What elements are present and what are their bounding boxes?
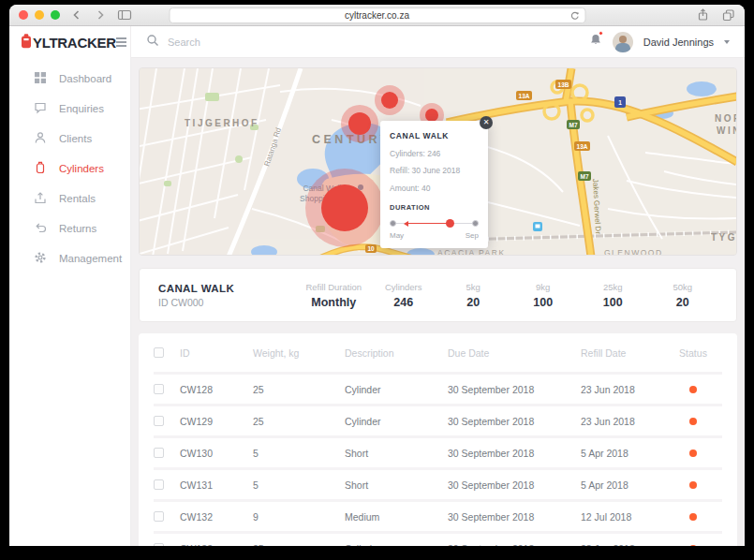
cell-id: CW128: [180, 384, 253, 395]
cell-weight: 25: [253, 384, 345, 395]
user-name: David Jennings: [643, 37, 714, 48]
popup-duration-label: DURATION: [390, 203, 479, 212]
cell-refill-date: 5 Apr 2018: [581, 448, 665, 459]
cell-description: Medium: [345, 511, 448, 523]
table-row[interactable]: CW133 25 Cylinder 30 September 2018 23 J…: [154, 531, 722, 546]
dashboard-grid-icon: [34, 71, 47, 86]
map-label-tijgerhof: TIJGERHOF: [185, 118, 259, 128]
cell-due-date: 30 September 2018: [448, 479, 581, 491]
row-checkbox[interactable]: [154, 479, 164, 490]
cylinder-icon: [34, 161, 47, 176]
svg-text:10: 10: [367, 245, 375, 252]
svg-text:M7: M7: [580, 173, 588, 180]
search-input[interactable]: [168, 37, 318, 48]
cell-due-date: 30 September 2018: [448, 448, 581, 459]
browser-chrome: cyltracker.co.za: [9, 5, 745, 26]
header-weight: Weight, kg: [253, 347, 345, 359]
header-status: Status: [679, 347, 707, 359]
chevron-down-icon[interactable]: [724, 40, 730, 44]
browser-window: cyltracker.co.za YLTRACKER: [9, 5, 745, 546]
sidebar-item-enquiries[interactable]: Enquiries: [9, 94, 130, 124]
close-window-button[interactable]: [19, 10, 28, 20]
close-icon[interactable]: ✕: [480, 116, 493, 129]
tray-arrow-icon: [34, 191, 47, 206]
speech-bubble-icon: [34, 101, 47, 116]
summary-card: CANAL WALK ID CW000 Refill DurationMonth…: [139, 268, 737, 322]
page-content: TIJGERHOF CENTURY NORTH WINGF TYGER GLEN…: [131, 58, 745, 546]
duration-slider[interactable]: [390, 218, 479, 228]
refresh-icon[interactable]: [569, 10, 580, 23]
logo-text: YLTRACKER: [33, 35, 116, 51]
cell-due-date: 30 September 2018: [448, 384, 581, 395]
logo-cylinder-icon: [21, 33, 32, 52]
status-dot: [689, 545, 697, 547]
cell-weight: 25: [253, 416, 345, 427]
summary-col-50kg: 50kg20: [648, 282, 718, 309]
avatar[interactable]: [613, 32, 633, 52]
zoom-window-button[interactable]: [51, 10, 60, 20]
table-row[interactable]: CW130 5 Short 30 September 2018 5 Apr 20…: [154, 435, 722, 467]
cell-description: Short: [345, 479, 448, 491]
gear-icon: [34, 251, 47, 266]
slider-range: [406, 223, 449, 225]
sidebar-item-label: Dashboard: [59, 73, 111, 84]
status-dot: [689, 513, 697, 521]
table-row[interactable]: CW129 25 Cylinder 30 September 2018 23 J…: [154, 404, 722, 435]
status-dot: [689, 449, 697, 457]
select-all-checkbox[interactable]: [154, 347, 164, 358]
menu-hamburger-icon[interactable]: [116, 37, 126, 46]
cell-description: Cylinder: [345, 384, 448, 395]
sidebar-item-label: Rentals: [59, 193, 96, 204]
sidebar-item-cylinders[interactable]: Cylinders: [9, 154, 130, 184]
map-popup: ✕ CANAL WALK Cylinders: 246 Refill: 30 J…: [380, 121, 488, 248]
summary-site-id: ID CW000: [158, 297, 299, 308]
sidebar-nav: Dashboard Enquiries Clients Cylinders Re…: [9, 64, 130, 273]
sidebar-item-returns[interactable]: Returns: [9, 214, 130, 243]
sidebar-toggle-icon[interactable]: [117, 8, 132, 22]
svg-text:13A: 13A: [577, 143, 588, 150]
cell-refill-date: 23 Jun 2018: [581, 384, 665, 395]
url-bar[interactable]: cyltracker.co.za: [169, 7, 585, 23]
search-icon: [146, 34, 159, 51]
map-label-wingf: WINGF: [717, 125, 737, 136]
topbar: David Jennings: [131, 26, 745, 58]
table-row[interactable]: CW132 9 Medium 30 September 2018 12 Jul …: [154, 499, 722, 531]
cell-due-date: 30 September 2018: [448, 511, 581, 523]
sidebar-item-label: Management: [59, 253, 122, 264]
cell-refill-date: 5 Apr 2018: [581, 479, 665, 491]
row-checkbox[interactable]: [154, 448, 164, 458]
row-checkbox[interactable]: [154, 416, 164, 426]
status-dot: [689, 481, 697, 489]
cell-refill-date: 12 Jul 2018: [581, 511, 665, 523]
slider-handle[interactable]: [446, 219, 454, 228]
share-icon[interactable]: [696, 7, 710, 26]
table-row[interactable]: CW128 25 Cylinder 30 September 2018 23 J…: [154, 372, 722, 404]
cell-weight: 5: [253, 448, 345, 459]
tabs-icon[interactable]: [721, 7, 735, 26]
row-checkbox[interactable]: [154, 543, 164, 546]
slider-end-dot: [472, 220, 479, 227]
map-label-tyger: TYGER: [711, 232, 737, 243]
cell-id: CW132: [180, 511, 253, 523]
slider-label-end: Sep: [466, 231, 479, 240]
notifications-bell-icon[interactable]: [589, 33, 602, 51]
header-id: ID: [180, 347, 253, 359]
cell-refill-date: 23 Jun 2018: [581, 416, 665, 427]
summary-col-refill-duration: Refill DurationMonthly: [299, 282, 369, 309]
traffic-lights: [19, 10, 60, 20]
sidebar-item-management[interactable]: Management: [9, 243, 130, 273]
forward-button[interactable]: [94, 8, 107, 22]
svg-text:1: 1: [618, 99, 622, 106]
sidebar-item-clients[interactable]: Clients: [9, 124, 130, 154]
cell-description: Short: [345, 448, 448, 459]
table-header-row: ID Weight, kg Description Due Date Refil…: [154, 333, 722, 372]
sidebar-item-rentals[interactable]: Rentals: [9, 184, 130, 214]
minimize-window-button[interactable]: [35, 10, 44, 20]
sidebar-item-dashboard[interactable]: Dashboard: [9, 64, 130, 94]
row-checkbox[interactable]: [154, 511, 164, 522]
row-checkbox[interactable]: [154, 384, 164, 394]
table-row[interactable]: CW131 5 Short 30 September 2018 5 Apr 20…: [154, 467, 722, 499]
popup-cylinders: Cylinders: 246: [390, 149, 479, 158]
header-description: Description: [345, 347, 448, 359]
back-button[interactable]: [70, 8, 83, 22]
